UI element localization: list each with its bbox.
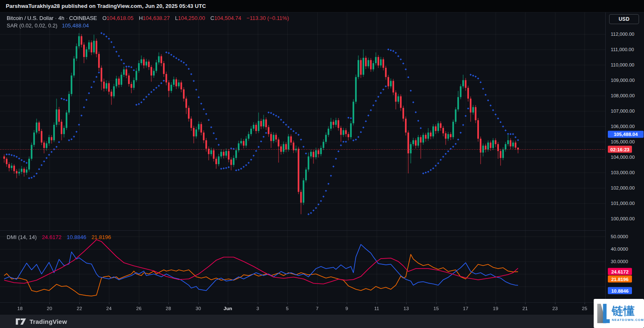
time-axis-label: 21 xyxy=(523,306,528,311)
high-value: 104,638.27 xyxy=(143,15,170,21)
sar-value: 105,488.04 xyxy=(62,22,89,29)
time-axis-label: 28 xyxy=(166,306,171,311)
time-axis-label: 26 xyxy=(136,306,142,311)
symbol-title: Bitcoin / U.S. Dollar xyxy=(7,15,54,21)
time-axis-label: 11 xyxy=(374,306,379,311)
watermark-subtitle: NEATDOWN.COM xyxy=(612,318,644,322)
time-axis-label: 20 xyxy=(47,306,52,311)
price-axis-label: 112,000.00 xyxy=(611,32,634,37)
price-axis-label: 107,000.00 xyxy=(611,109,635,113)
time-axis-tick xyxy=(79,303,80,304)
price-axis-label: 108,000.00 xyxy=(611,93,635,98)
dmi-indicator-row: DMI (14, 14) 24.6172 10.8846 21.8196 xyxy=(7,234,111,240)
dmi-adx-value: 24.6172 xyxy=(42,234,62,240)
currency-toggle-button[interactable]: USD xyxy=(609,14,639,24)
open-value: 104,618.05 xyxy=(106,15,133,21)
time-axis-tick xyxy=(525,303,526,304)
time-axis-label: 17 xyxy=(463,306,469,311)
price-axis-label: 102,000.00 xyxy=(611,185,635,190)
neatdown-logo-icon xyxy=(597,301,610,326)
time-axis-tick xyxy=(258,303,258,304)
price-axis-label: 103,000.00 xyxy=(611,170,635,175)
time-axis-label: 9 xyxy=(345,306,348,311)
attribution-bar: ParshwaTurakhiya28 published on TradingV… xyxy=(0,0,644,12)
price-axis[interactable]: USD 112,000.00111,000.00110,000.00109,00… xyxy=(606,12,644,315)
time-axis-label: 25 xyxy=(582,306,587,311)
dmi-value-badge: 10.8846 xyxy=(608,287,632,294)
time-axis-tick xyxy=(49,303,50,304)
sar-label: SAR (0.02, 0.02, 0.2) xyxy=(7,22,57,29)
price-axis-label: 111,000.00 xyxy=(611,47,634,52)
dmi-axis-label: 50.0000 xyxy=(611,234,628,239)
time-axis-tick xyxy=(555,303,555,304)
time-axis-label: 13 xyxy=(404,306,409,311)
time-axis-tick xyxy=(406,303,407,304)
bottom-bar: TradingView xyxy=(0,315,644,328)
time-axis-tick xyxy=(168,303,169,304)
time-axis-tick xyxy=(496,303,496,304)
dmi-axis-label: 30.0000 xyxy=(611,259,628,264)
time-axis-label: 18 xyxy=(17,306,23,311)
low-value: 104,250.00 xyxy=(178,15,205,21)
time-axis-tick xyxy=(317,303,318,304)
time-axis-label: Jun xyxy=(224,306,232,311)
time-axis-tick xyxy=(436,303,437,304)
price-chart-canvas[interactable] xyxy=(0,12,605,315)
time-axis-tick xyxy=(347,303,347,304)
time-axis-label: 15 xyxy=(434,306,439,311)
time-axis-label: 19 xyxy=(493,306,498,311)
sar-value-badge: 105,488.04 xyxy=(608,131,644,138)
tradingview-logo-link[interactable]: TradingView xyxy=(16,318,67,325)
sar-indicator-row: SAR (0.02, 0.02, 0.2) 105,488.04 xyxy=(7,22,89,29)
attribution-text: ParshwaTurakhiya28 published on TradingV… xyxy=(6,3,206,9)
symbol-header: Bitcoin / U.S. Dollar · 4h · COINBASE O1… xyxy=(7,15,289,21)
dmi-value-badge: 21.8196 xyxy=(608,276,632,283)
time-axis-tick xyxy=(287,303,288,304)
time-axis[interactable]: 18202224262830Jun35791113151719212325 xyxy=(0,302,644,315)
time-axis-tick xyxy=(139,303,139,304)
time-axis-label: 7 xyxy=(316,306,318,311)
time-axis-label: 30 xyxy=(196,306,201,311)
chart-widget: Bitcoin / U.S. Dollar · 4h · COINBASE O1… xyxy=(0,12,644,315)
dmi-plus-di-value: 10.8846 xyxy=(67,234,86,240)
countdown-badge: 02:16:23 xyxy=(608,146,632,153)
time-axis-label: 5 xyxy=(286,306,289,311)
price-axis-label: 106,000.00 xyxy=(611,124,635,129)
price-axis-label: 105,000.00 xyxy=(611,139,635,144)
high-label: H xyxy=(139,15,143,21)
price-axis-label: 104,000.00 xyxy=(611,155,635,160)
dmi-label: DMI (14, 14) xyxy=(7,234,37,240)
time-axis-tick xyxy=(228,303,228,304)
neatdown-watermark[interactable]: 链懂 NEATDOWN.COM xyxy=(594,299,644,328)
dmi-minus-di-value: 21.8196 xyxy=(91,234,111,240)
tradingview-wordmark: TradingView xyxy=(30,318,67,325)
close-label: C xyxy=(210,15,214,21)
watermark-title: 链懂 xyxy=(612,305,644,317)
price-axis-label: 100,000.00 xyxy=(611,216,635,221)
interval-label: 4h xyxy=(58,15,64,21)
open-label: O xyxy=(102,15,106,21)
price-axis-label: 109,000.00 xyxy=(611,78,635,83)
close-value: 104,504.74 xyxy=(214,15,241,21)
time-axis-tick xyxy=(198,303,199,304)
dmi-value-badge: 24.6172 xyxy=(608,268,632,275)
price-axis-label: 101,000.00 xyxy=(611,201,635,206)
time-axis-label: 3 xyxy=(257,306,259,311)
time-axis-tick xyxy=(109,303,109,304)
time-axis-label: 22 xyxy=(77,306,82,311)
tradingview-icon xyxy=(16,318,26,325)
time-axis-tick xyxy=(466,303,466,304)
time-axis-label: 23 xyxy=(553,306,558,311)
time-axis-tick xyxy=(20,303,20,304)
time-axis-label: 24 xyxy=(106,306,112,311)
change-value: −113.30 (−0.11%) xyxy=(247,15,289,21)
dmi-axis-label: 40.0000 xyxy=(611,247,628,252)
exchange-label: COINBASE xyxy=(69,15,97,21)
time-axis-tick xyxy=(377,303,377,304)
time-axis-tick xyxy=(585,303,585,304)
price-axis-label: 110,000.00 xyxy=(611,62,634,67)
